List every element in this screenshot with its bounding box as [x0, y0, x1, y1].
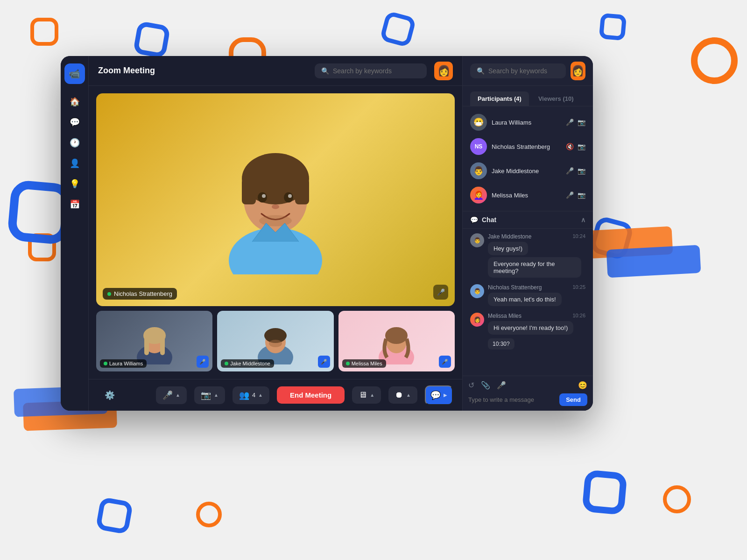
screen-share-button[interactable]: 🖥 ▲ [352, 386, 381, 404]
video-thumbnails: Laura Williams 🎤 [96, 311, 455, 371]
chat-header-melissa: Melissa Miles 10:26 [488, 313, 585, 319]
settings-button[interactable]: ⚙️ [98, 386, 121, 404]
melissa-mic-icon[interactable]: 🎤 [566, 191, 574, 199]
participants-count: 4 [252, 392, 255, 399]
jake-video-icon[interactable]: 📷 [578, 167, 585, 175]
chat-sender-melissa: Melissa Miles [488, 313, 521, 319]
chat-time-jake: 10:24 [572, 233, 585, 240]
chat-nick-emoji: 👨 [474, 288, 481, 294]
participant-name-laura: Laura Williams [492, 119, 561, 126]
panel-search-bar[interactable]: 🔍 [470, 63, 566, 78]
thumb-mic-melissa[interactable]: 🎤 [439, 356, 451, 368]
sidebar-item-ideas[interactable]: 💡 [66, 175, 83, 192]
record-chevron: ▲ [406, 392, 411, 398]
chat-toolbar-mic[interactable]: 🎤 [497, 381, 506, 390]
main-video-person [205, 125, 345, 274]
chat-chevron: ▶ [444, 392, 447, 398]
panel-header: 🔍 👩 [463, 56, 593, 86]
laura-video-icon[interactable]: 📷 [578, 119, 585, 126]
settings-icon: ⚙️ [105, 390, 115, 400]
thumb-name-laura: Laura Williams [100, 359, 147, 368]
camera-button[interactable]: 📷 ▲ [194, 386, 225, 404]
svg-point-8 [262, 194, 266, 198]
panel-search-input[interactable] [488, 67, 559, 75]
participant-row: 😷 Laura Williams 🎤 📷 [463, 110, 593, 134]
online-dot-laura [104, 362, 107, 365]
end-meeting-button[interactable]: End Meeting [277, 386, 345, 404]
chat-avatar-nick: 👨 [470, 284, 484, 298]
tab-participants[interactable]: Participants (4) [470, 91, 529, 106]
sidebar-item-history[interactable]: 🕐 [66, 134, 83, 151]
right-panel: 🔍 👩 Participants (4) Viewers (10) 😷 Laur… [462, 56, 593, 411]
video-thumb-jake: Jake Middlestone 🎤 [217, 311, 333, 371]
svg-point-23 [385, 327, 408, 344]
main-video: Nicholas Strattenberg 🎤 [96, 93, 455, 306]
record-button[interactable]: ⏺ ▲ [388, 386, 417, 404]
participants-chevron: ▲ [258, 392, 263, 398]
melissa-video-icon[interactable]: 📷 [578, 191, 585, 199]
mic-chevron: ▲ [176, 392, 180, 398]
participant-controls-nicholas: 🔇 📷 [566, 143, 585, 150]
svg-point-9 [288, 194, 292, 198]
video-thumb-melissa: Melissa Miles 🎤 [338, 311, 455, 371]
jake-mic-icon[interactable]: 🎤 [566, 167, 574, 175]
participant-row: NS Nicholas Strattenberg 🔇 📷 [463, 134, 593, 159]
thumb-mic-laura[interactable]: 🎤 [197, 356, 209, 368]
chat-avatar-melissa: 👩 [470, 313, 484, 327]
svg-rect-5 [295, 179, 309, 204]
sidebar-item-home[interactable]: 🏠 [66, 93, 83, 110]
chat-bubble-jake-2: Everyone ready for the meeting? [488, 257, 581, 278]
app-title: Zoom Meeting [98, 66, 307, 76]
participants-icon: 👥 [239, 390, 249, 400]
laura-avatar-emoji: 😷 [473, 117, 484, 127]
participant-controls-jake: 🎤 📷 [566, 167, 585, 175]
thumb-label-jake: Jake Middlestone [230, 361, 270, 366]
send-button[interactable]: Send [559, 393, 587, 406]
svg-rect-16 [160, 336, 165, 355]
thumb-mic-jake[interactable]: 🎤 [318, 356, 330, 368]
nicholas-video-icon[interactable]: 📷 [578, 143, 585, 150]
camera-icon: 📷 [201, 390, 211, 400]
chat-time-melissa: 10:26 [572, 313, 585, 319]
chat-sender-nick: Nicholas Strattenberg [488, 284, 542, 291]
participant-name-jake: Jake Middlestone [492, 168, 561, 175]
sidebar-item-contacts[interactable]: 👤 [66, 155, 83, 172]
chat-jake-emoji: 👨 [474, 237, 481, 244]
nicholas-mic-icon[interactable]: 🔇 [566, 143, 574, 150]
chat-title: Chat [482, 216, 496, 224]
tab-viewers[interactable]: Viewers (10) [531, 91, 581, 106]
user-avatar[interactable]: 👩 [434, 62, 453, 80]
chat-melissa-emoji: 👩 [474, 316, 481, 323]
sidebar-item-calendar[interactable]: 📅 [66, 196, 83, 213]
search-bar[interactable]: 🔍 [315, 63, 427, 78]
participant-avatar-nicholas: NS [470, 138, 487, 155]
main-speaker-name: Nicholas Strattenberg [114, 290, 172, 297]
thumb-label-laura: Laura Williams [109, 361, 143, 366]
chat-input-row: Send [468, 393, 587, 406]
main-video-mute-btn[interactable]: 🎤 [433, 285, 448, 300]
mic-button[interactable]: 🎤 ▲ [156, 386, 187, 404]
chat-collapse-btn[interactable]: ∧ [581, 216, 585, 224]
chat-message-input[interactable] [468, 396, 556, 403]
video-icon: 📹 [69, 68, 80, 79]
panel-user-avatar[interactable]: 👩 [571, 62, 585, 80]
laura-mic-icon[interactable]: 🎤 [566, 119, 574, 126]
svg-rect-4 [242, 179, 256, 204]
chat-toolbar-file[interactable]: 📎 [481, 381, 490, 390]
sidebar-item-chat[interactable]: 💬 [66, 114, 83, 131]
chat-toolbar-emoji[interactable]: 😊 [578, 381, 587, 390]
chat-bubble-melissa-1: Hi everyone! I'm ready too!) [488, 321, 573, 335]
app-logo[interactable]: 📹 [64, 63, 85, 84]
chat-sender-jake: Jake Middlestone [488, 233, 531, 240]
chat-content-melissa: Melissa Miles 10:26 Hi everyone! I'm rea… [488, 313, 585, 350]
chat-content-jake: Jake Middlestone 10:24 Hey guys!) Everyo… [488, 233, 585, 280]
participants-button[interactable]: 👥 4 ▲ [233, 386, 269, 404]
chat-section: 💬 Chat ∧ 👨 Jake Middlestone 10:24 Hey [463, 211, 593, 411]
participant-row: 👩‍🦰 Melissa Miles 🎤 📷 [463, 183, 593, 207]
search-input[interactable] [333, 67, 420, 75]
app-container: 📹 🏠 💬 🕐 👤 💡 📅 Zoom Meeting 🔍 👩 [61, 56, 593, 411]
chat-toolbar-refresh[interactable]: ↺ [468, 381, 474, 390]
participants-list: 😷 Laura Williams 🎤 📷 NS Nicholas Stratte… [463, 106, 593, 211]
participant-name-nicholas: Nicholas Strattenberg [492, 143, 561, 150]
chat-toggle-button[interactable]: 💬 ▶ [425, 385, 453, 405]
